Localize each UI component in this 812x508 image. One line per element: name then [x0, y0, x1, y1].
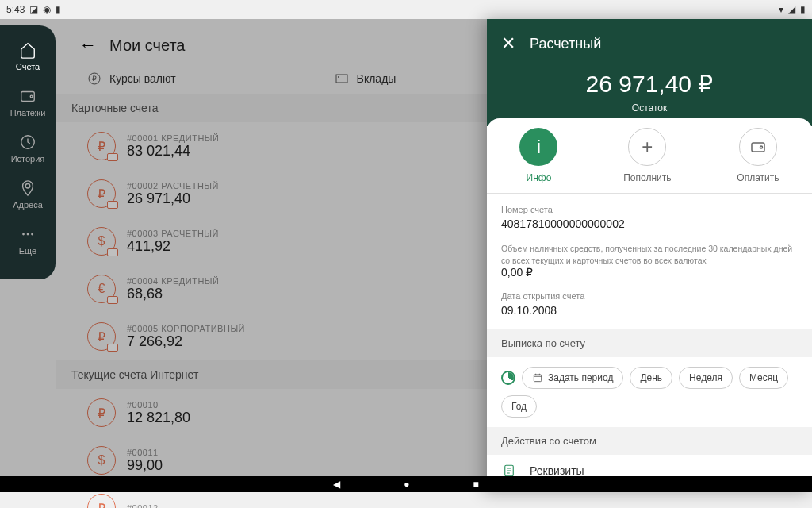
- acc-num-value: 40817810000000000002: [501, 217, 798, 230]
- drawer-balance: 26 971,40 ₽: [501, 70, 798, 98]
- sidebar-item-addresses[interactable]: Адреса: [13, 179, 43, 210]
- status-icon-a: ◪: [29, 4, 38, 15]
- plus-icon: +: [628, 128, 666, 166]
- nav-back[interactable]: ◀: [333, 479, 340, 490]
- status-icon-globe: ◉: [43, 4, 51, 15]
- history-icon: [19, 133, 36, 151]
- pill-week[interactable]: Неделя: [679, 367, 733, 389]
- status-time: 5:43: [6, 4, 25, 15]
- svg-point-9: [27, 233, 29, 236]
- statement-header: Выписка по счету: [487, 329, 812, 357]
- tab-topup[interactable]: + Пополнить: [623, 128, 671, 183]
- svg-point-12: [760, 146, 762, 148]
- info-icon: i: [519, 128, 557, 166]
- sidebar-item-history[interactable]: История: [11, 133, 45, 164]
- tab-pay[interactable]: Оплатить: [737, 128, 779, 183]
- more-icon: [19, 225, 36, 243]
- tab-topup-label: Пополнить: [623, 172, 671, 183]
- tab-info-label: Инфо: [527, 172, 552, 183]
- sidebar-item-label: Адреса: [13, 200, 43, 210]
- action-details-label: Реквизиты: [530, 464, 584, 477]
- acc-num-label: Номер счета: [501, 205, 798, 214]
- pill-month[interactable]: Месяц: [739, 367, 788, 389]
- tab-pay-label: Оплатить: [737, 172, 779, 183]
- open-date-label: Дата открытия счета: [501, 291, 798, 301]
- sidebar-item-label: Ещё: [19, 246, 37, 256]
- sidebar-item-more[interactable]: Ещё: [19, 225, 37, 256]
- pill-period[interactable]: Задать период: [522, 367, 623, 389]
- status-bar: 5:43 ◪ ◉ ▮ ▾ ◢ ▮: [0, 0, 812, 19]
- svg-point-7: [25, 184, 30, 189]
- svg-point-10: [31, 233, 33, 236]
- location-icon: [19, 179, 36, 197]
- android-nav-bar: ◀ ● ■: [0, 476, 812, 492]
- svg-point-5: [30, 95, 33, 98]
- pill-day[interactable]: День: [630, 367, 672, 389]
- sidebar-item-label: Счета: [16, 62, 40, 71]
- sidebar: Счета Платежи История Адреса Ещё: [0, 25, 56, 279]
- open-date-value: 09.10.2008: [501, 304, 798, 317]
- account-drawer: ✕ Расчетный 26 971,40 ₽ Остаток i Инфо +…: [487, 19, 812, 492]
- calendar-icon: [532, 372, 543, 383]
- sidebar-item-payments[interactable]: Платежи: [10, 87, 46, 117]
- cash-value: 0,00 ₽: [501, 266, 798, 279]
- close-button[interactable]: ✕: [501, 33, 515, 54]
- svg-rect-13: [534, 375, 541, 382]
- pay-icon: [739, 128, 777, 166]
- status-icon-bag: ▮: [56, 4, 61, 15]
- cash-label: Объем наличных средств, полученных за по…: [501, 243, 798, 266]
- actions-header: Действия со счетом: [487, 427, 812, 455]
- wifi-icon: ▾: [779, 4, 783, 15]
- drawer-title: Расчетный: [530, 36, 601, 52]
- currency-icon: ₽: [87, 494, 116, 508]
- sidebar-item-label: Платежи: [10, 108, 46, 117]
- signal-icon: ◢: [788, 4, 795, 15]
- battery-icon: ▮: [800, 4, 806, 15]
- account-label: #00012: [127, 503, 159, 508]
- svg-point-8: [22, 233, 25, 236]
- home-icon: [19, 41, 36, 59]
- nav-home[interactable]: ●: [404, 479, 409, 490]
- sidebar-item-label: История: [11, 154, 45, 164]
- nav-recents[interactable]: ■: [473, 479, 479, 490]
- drawer-balance-sub: Остаток: [501, 102, 798, 114]
- wallet-icon: [19, 87, 36, 105]
- pie-icon[interactable]: [501, 371, 515, 385]
- sidebar-item-accounts[interactable]: Счета: [16, 41, 40, 71]
- pill-year[interactable]: Год: [501, 395, 537, 418]
- tab-info[interactable]: i Инфо: [519, 128, 557, 183]
